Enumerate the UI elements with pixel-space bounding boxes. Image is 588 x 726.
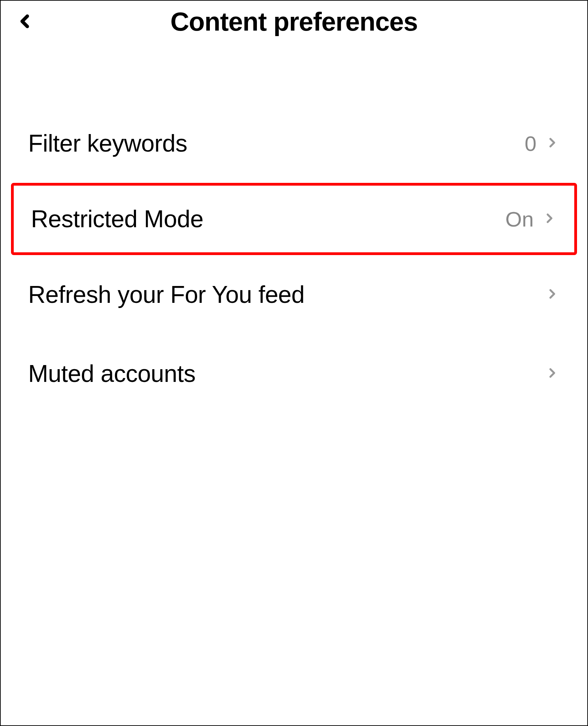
item-label: Refresh your For You feed [28,281,305,308]
item-right: 0 [525,131,560,156]
item-value: 0 [525,131,536,156]
chevron-right-icon [545,135,560,152]
chevron-right-icon [545,365,560,382]
item-label: Restricted Mode [31,205,203,233]
list-item-filter-keywords[interactable]: Filter keywords 0 [1,104,587,183]
item-label: Muted accounts [28,360,195,387]
list-item-refresh-feed[interactable]: Refresh your For You feed [1,255,587,334]
back-button[interactable] [11,8,38,36]
page-title: Content preferences [11,7,577,36]
list-item-restricted-mode[interactable]: Restricted Mode On [11,183,577,255]
item-value: On [505,207,534,231]
list-item-muted-accounts[interactable]: Muted accounts [1,334,587,413]
chevron-right-icon [542,211,557,227]
content-list: Filter keywords 0 Restricted Mode On Ref… [1,42,587,413]
chevron-left-icon [14,27,35,33]
item-label: Filter keywords [28,130,187,157]
item-right: On [505,207,557,231]
chevron-right-icon [545,286,560,303]
header: Content preferences [1,1,587,42]
item-right [536,365,560,382]
item-right [536,286,560,303]
